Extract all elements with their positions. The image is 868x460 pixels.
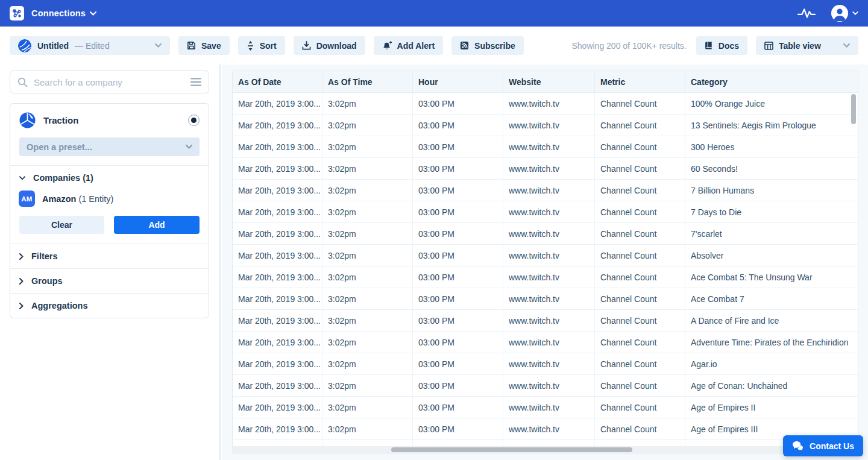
- workspace-title: Untitled: [37, 41, 69, 51]
- groups-section-toggle[interactable]: Groups: [10, 268, 209, 293]
- cell-hour: 03:00 PM: [412, 310, 503, 331]
- save-icon: [187, 41, 196, 50]
- docs-book-icon: [705, 41, 713, 50]
- table-row[interactable]: Mar 20th, 2019 3:00...3:02pm03:00 PMwww.…: [233, 266, 858, 288]
- table-row[interactable]: Mar 20th, 2019 3:00...3:02pm03:00 PMwww.…: [233, 418, 858, 440]
- search-input[interactable]: [34, 77, 184, 87]
- cell-hour: 03:00 PM: [412, 332, 503, 353]
- cell-metric: Channel Count: [594, 245, 685, 266]
- sort-label: Sort: [260, 41, 277, 51]
- cell-as-of-time: 3:02pm: [322, 180, 412, 201]
- contact-us-button[interactable]: Contact Us: [783, 435, 863, 456]
- chevron-right-icon: [19, 253, 24, 260]
- company-item[interactable]: AM Amazon(1 Entity): [10, 190, 209, 215]
- sort-button[interactable]: Sort: [238, 36, 285, 55]
- cell-hour: 03:00 PM: [412, 375, 503, 396]
- cell-category: 60 Seconds!: [685, 158, 858, 179]
- horizontal-scrollbar-thumb[interactable]: [391, 447, 632, 452]
- table-row[interactable]: Mar 20th, 2019 3:00...3:02pm03:00 PMwww.…: [233, 245, 858, 266]
- chevron-down-icon: [90, 11, 96, 16]
- preset-dropdown[interactable]: Open a preset...: [19, 137, 200, 156]
- column-header-hour[interactable]: Hour: [412, 71, 503, 92]
- table-row[interactable]: Mar 20th, 2019 3:00...3:02pm03:00 PMwww.…: [233, 201, 858, 223]
- table-row[interactable]: Mar 20th, 2019 3:00...3:02pm03:00 PMwww.…: [233, 353, 858, 375]
- contact-us-label: Contact Us: [810, 441, 854, 451]
- cell-website: www.twitch.tv: [503, 418, 594, 440]
- cell-hour: 03:00 PM: [412, 266, 503, 288]
- cell-website: www.twitch.tv: [503, 288, 594, 309]
- horizontal-scrollbar-track[interactable]: [233, 446, 857, 453]
- cell-hour: 03:00 PM: [412, 223, 503, 244]
- table-row[interactable]: Mar 20th, 2019 3:00...3:02pm03:00 PMwww.…: [233, 180, 858, 201]
- cell-metric: Channel Count: [594, 158, 685, 179]
- connections-label: Connections: [31, 8, 86, 18]
- cell-website: www.twitch.tv: [503, 245, 594, 266]
- cell-as-of-date: Mar 20th, 2019 3:00...: [233, 223, 322, 244]
- cell-website: www.twitch.tv: [503, 375, 594, 396]
- aggregations-section-toggle[interactable]: Aggregations: [10, 293, 209, 318]
- connections-app-icon[interactable]: [10, 6, 24, 20]
- save-label: Save: [201, 41, 221, 51]
- workspace-selector[interactable]: Untitled — Edited: [10, 36, 170, 55]
- table-row[interactable]: Mar 20th, 2019 3:00...3:02pm03:00 PMwww.…: [233, 158, 858, 180]
- save-button[interactable]: Save: [178, 36, 230, 55]
- column-header-website[interactable]: Website: [503, 71, 594, 92]
- cell-hour: 03:00 PM: [412, 180, 503, 201]
- add-button[interactable]: Add: [114, 216, 200, 234]
- docs-button[interactable]: Docs: [696, 36, 747, 55]
- dataset-header: Traction: [10, 104, 209, 135]
- cell-metric: Channel Count: [594, 332, 685, 353]
- chat-bubbles-icon: [792, 441, 804, 451]
- workspace-logo-icon: [18, 39, 31, 52]
- cell-metric: Channel Count: [594, 418, 685, 440]
- cell-website: www.twitch.tv: [503, 310, 594, 331]
- cell-as-of-time: 3:02pm: [322, 93, 412, 114]
- filters-section-toggle[interactable]: Filters: [10, 244, 209, 268]
- company-search: [10, 71, 209, 93]
- table-row[interactable]: Mar 20th, 2019 3:00...3:02pm03:00 PMwww.…: [233, 288, 858, 310]
- table-row[interactable]: Mar 20th, 2019 3:00...3:02pm03:00 PMwww.…: [233, 136, 858, 158]
- view-selector[interactable]: Table view: [756, 36, 858, 55]
- table-row[interactable]: Mar 20th, 2019 3:00...3:02pm03:00 PMwww.…: [233, 332, 858, 353]
- column-header-as-of-time[interactable]: As Of Time: [322, 71, 412, 92]
- user-menu[interactable]: [831, 5, 858, 22]
- cell-category: 100% Orange Juice: [685, 93, 858, 114]
- cell-as-of-date: Mar 20th, 2019 3:00...: [233, 115, 322, 136]
- subscribe-button[interactable]: Subscribe: [451, 36, 524, 55]
- table-row[interactable]: Mar 20th, 2019 3:00...3:02pm03:00 PMwww.…: [233, 375, 858, 397]
- cell-website: www.twitch.tv: [503, 93, 594, 114]
- menu-icon[interactable]: [190, 78, 201, 86]
- vertical-scrollbar-thumb[interactable]: [851, 94, 856, 124]
- cell-as-of-date: Mar 20th, 2019 3:00...: [233, 245, 322, 266]
- cell-category: Absolver: [685, 245, 858, 266]
- activity-pulse-icon[interactable]: [797, 7, 816, 19]
- clear-button[interactable]: Clear: [19, 216, 104, 234]
- cell-website: www.twitch.tv: [503, 136, 594, 157]
- sort-icon: [247, 41, 254, 51]
- add-alert-button[interactable]: Add Alert: [374, 36, 443, 55]
- column-header-category[interactable]: Category: [685, 71, 858, 92]
- chevron-down-icon: [155, 43, 162, 48]
- subscribe-label: Subscribe: [474, 41, 515, 51]
- table-row[interactable]: Mar 20th, 2019 3:00...3:02pm03:00 PMwww.…: [233, 93, 858, 115]
- rss-icon: [460, 41, 469, 50]
- cell-metric: Channel Count: [594, 397, 685, 418]
- cell-as-of-time: 3:02pm: [322, 397, 412, 418]
- table-row[interactable]: Mar 20th, 2019 3:00...3:02pm03:00 PMwww.…: [233, 115, 858, 136]
- user-icon: [831, 5, 848, 22]
- table-row[interactable]: Mar 20th, 2019 3:00...3:02pm03:00 PMwww.…: [233, 223, 858, 245]
- column-header-metric[interactable]: Metric: [594, 71, 685, 92]
- bell-plus-icon: [382, 41, 392, 50]
- cell-as-of-date: Mar 20th, 2019 3:00...: [233, 93, 322, 114]
- chevron-right-icon: [19, 303, 24, 309]
- dataset-radio[interactable]: [188, 115, 200, 126]
- table-row[interactable]: Mar 20th, 2019 3:00...3:02pm03:00 PMwww.…: [233, 310, 858, 332]
- circuit-icon: [12, 8, 22, 18]
- companies-section-toggle[interactable]: Companies (1): [10, 165, 209, 190]
- table-row[interactable]: Mar 20th, 2019 3:00...3:02pm03:00 PMwww.…: [233, 397, 858, 418]
- column-header-as-of-date[interactable]: As Of Date: [233, 71, 322, 92]
- download-button[interactable]: Download: [294, 36, 365, 55]
- cell-as-of-date: Mar 20th, 2019 3:00...: [233, 136, 322, 157]
- connections-menu[interactable]: Connections: [31, 8, 96, 18]
- cell-hour: 03:00 PM: [412, 136, 503, 157]
